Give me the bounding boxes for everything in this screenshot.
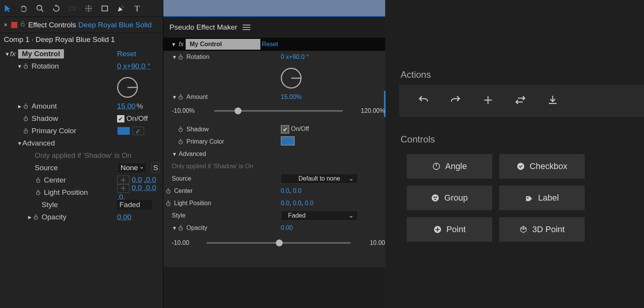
amount-value[interactable]: 15.00% [281, 94, 302, 100]
expand-icon[interactable] [17, 104, 22, 109]
amount-max: 120.00% [347, 107, 385, 114]
center-y[interactable]: 0.0 [293, 187, 301, 194]
rotation-label: Rotation [186, 54, 210, 60]
panel-menu-icon[interactable] [243, 25, 250, 30]
color-swatch[interactable] [117, 127, 130, 135]
point-target-icon[interactable] [117, 184, 129, 193]
redo-icon[interactable] [450, 94, 461, 107]
main-toolbar: T [0, 0, 163, 17]
stopwatch-icon[interactable] [177, 138, 184, 145]
collapse-icon[interactable] [17, 141, 22, 146]
effect-name[interactable]: My Control [186, 39, 260, 50]
add-icon[interactable] [482, 94, 494, 107]
stopwatch-icon[interactable] [165, 200, 172, 207]
eyedropper-icon[interactable] [132, 127, 144, 135]
rectangle-tool-icon[interactable] [100, 4, 109, 13]
stopwatch-icon[interactable] [165, 187, 172, 194]
center-y[interactable]: 0.0 [146, 176, 156, 184]
camera-tool-icon[interactable] [68, 4, 77, 13]
hand-tool-icon[interactable] [19, 4, 29, 13]
actions-bar [399, 85, 644, 117]
stopwatch-icon[interactable] [177, 94, 184, 100]
reset-link[interactable]: Reset [262, 41, 278, 48]
source-dropdown[interactable]: Default to none [281, 174, 358, 184]
primary-color-label: Primary Color [186, 138, 224, 145]
svg-point-31 [122, 187, 124, 189]
stopwatch-icon[interactable] [35, 189, 42, 196]
opacity-label: Opacity [186, 224, 207, 231]
stopwatch-icon[interactable] [22, 115, 29, 122]
svg-point-0 [37, 5, 42, 10]
breadcrumb: Comp 1 · Deep Royal Blue Solid 1 [0, 33, 163, 46]
panel-layer-name[interactable]: Deep Royal Blue Solid [79, 21, 152, 29]
control-angle-button[interactable]: Angle [407, 154, 492, 179]
lightpos-y[interactable]: 0.0 [293, 200, 301, 206]
rotation-value[interactable]: 0 x+90.0 ° [117, 62, 150, 70]
stopwatch-icon[interactable] [22, 103, 29, 110]
rotation-dial[interactable] [117, 77, 138, 98]
selection-tool-icon[interactable] [3, 4, 12, 13]
center-x[interactable]: 0.0 [281, 187, 289, 194]
opacity-max: 10.00 [354, 239, 385, 246]
amount-slider[interactable] [214, 110, 343, 112]
style-value[interactable]: Faded [117, 200, 152, 210]
collapse-icon[interactable] [5, 51, 10, 57]
collapse-icon[interactable] [172, 151, 177, 157]
opacity-value[interactable]: 0.00 [117, 213, 131, 221]
download-icon[interactable] [547, 94, 558, 107]
shadow-label: Shadow [32, 114, 58, 123]
shadow-checkbox[interactable]: ✔ [117, 115, 124, 122]
rotate-tool-icon[interactable] [52, 4, 61, 13]
stopwatch-icon[interactable] [32, 214, 39, 221]
fx-icon[interactable]: fx [179, 41, 183, 48]
zoom-tool-icon[interactable] [35, 4, 45, 13]
fx-icon[interactable]: fx [10, 50, 16, 58]
lightpos-x[interactable]: 0.0 [281, 200, 289, 206]
layer-color-chip[interactable] [11, 22, 17, 28]
control-label-button[interactable]: Label [499, 186, 585, 210]
stopwatch-icon[interactable] [22, 63, 29, 70]
stopwatch-icon[interactable] [35, 177, 42, 184]
anchor-tool-icon[interactable] [84, 4, 93, 13]
shadow-checkbox[interactable]: ✔ [281, 125, 289, 134]
source-dropdown[interactable]: None [117, 162, 147, 173]
stopwatch-icon[interactable] [177, 224, 184, 231]
rotation-value[interactable]: 0 x+90.0 ° [281, 54, 309, 60]
reset-link[interactable]: Reset [117, 50, 136, 58]
lightpos-z[interactable]: 0.0 [305, 200, 313, 206]
stopwatch-icon[interactable] [177, 54, 184, 60]
svg-rect-2 [69, 7, 74, 10]
color-swatch[interactable] [281, 136, 295, 146]
control-group-button[interactable]: Group [407, 186, 492, 210]
collapse-icon[interactable] [172, 94, 177, 100]
type-tool-icon[interactable]: T [132, 4, 142, 13]
pseudo-effect-maker-panel: Pseudo Effect Maker fx My Control Reset … [163, 0, 385, 308]
amount-value[interactable]: 15.00 [117, 102, 136, 110]
stopwatch-icon[interactable] [22, 127, 29, 134]
center-x[interactable]: 0.0 [132, 176, 142, 184]
style-dropdown[interactable]: Faded [281, 211, 358, 221]
collapse-icon[interactable] [171, 42, 176, 47]
collapse-icon[interactable] [172, 225, 177, 231]
amount-label: Amount [32, 102, 57, 110]
effect-name[interactable]: My Control [18, 49, 64, 59]
side-panel: Actions Controls Angle Checkbox Group La… [385, 0, 644, 308]
control-3d-point-button[interactable]: 3D Point [499, 217, 585, 242]
collapse-icon[interactable] [172, 54, 177, 60]
expand-icon[interactable] [27, 215, 32, 220]
close-tab-icon[interactable]: × [2, 22, 9, 28]
svg-point-65 [432, 194, 439, 201]
control-point-button[interactable]: Point [407, 217, 492, 242]
stopwatch-icon[interactable] [177, 126, 184, 133]
undo-icon[interactable] [418, 94, 429, 107]
control-checkbox-button[interactable]: Checkbox [499, 154, 585, 179]
source-label: Source [172, 175, 191, 182]
panel-tab-bar: × Effect Controls Deep Royal Blue Solid [0, 17, 163, 33]
opacity-value[interactable]: 0.00 [281, 224, 293, 231]
swap-icon[interactable] [515, 94, 526, 107]
pen-tool-icon[interactable] [116, 4, 126, 13]
opacity-slider[interactable] [206, 242, 351, 244]
collapse-icon[interactable] [17, 64, 22, 69]
rotation-dial[interactable] [281, 68, 302, 89]
lock-icon[interactable] [20, 21, 26, 29]
